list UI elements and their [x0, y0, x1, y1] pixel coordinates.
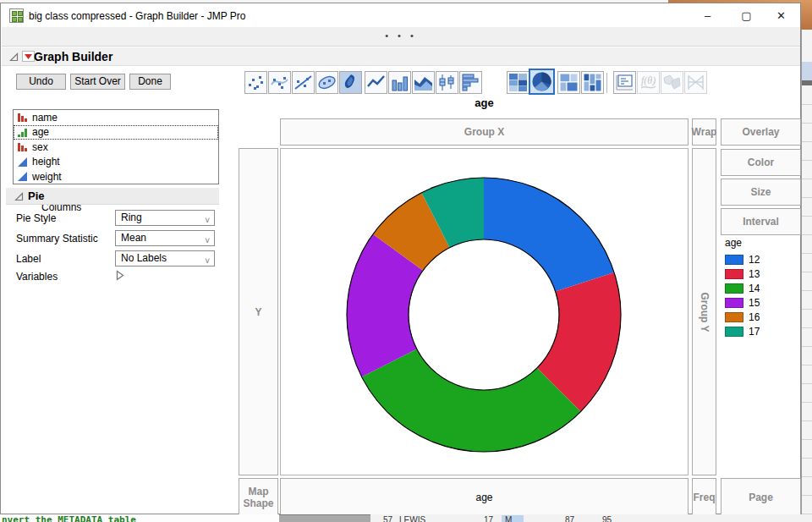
- legend-entry[interactable]: 17: [725, 324, 760, 338]
- line-of-fit-icon[interactable]: [292, 71, 315, 94]
- grip-dots-icon[interactable]: • • •: [2, 30, 800, 41]
- background-sheet-gridline: [802, 104, 812, 105]
- red-triangle-menu-button[interactable]: [22, 51, 35, 62]
- label-dropdown[interactable]: No Labels˅: [115, 250, 215, 266]
- column-item-weight[interactable]: weight: [14, 169, 218, 184]
- background-sheet-gridline: [802, 216, 812, 217]
- background-sheet-gridline: [802, 458, 812, 459]
- legend-entry[interactable]: 13: [725, 266, 760, 281]
- drop-zone-interval[interactable]: Interval: [721, 208, 801, 235]
- bar-icon[interactable]: [388, 71, 411, 94]
- legend-swatch[interactable]: [725, 312, 743, 322]
- points-icon[interactable]: [244, 71, 267, 94]
- box-plot-icon[interactable]: [436, 71, 458, 94]
- background-data-table-row: 57 LEWIS 17 M 87 95: [370, 514, 812, 522]
- background-sheet-gridline: [802, 309, 812, 310]
- drop-zone-wrap[interactable]: Wrap: [692, 118, 716, 146]
- toolbar-separator: [606, 73, 607, 93]
- background-sheet-gridline: [802, 253, 812, 254]
- pie-style-dropdown[interactable]: Ring˅: [115, 210, 215, 226]
- continuous-column-icon: [17, 157, 28, 168]
- drop-zone-map-shape[interactable]: MapShape: [239, 478, 278, 516]
- background-window-edge: [279, 514, 370, 522]
- collapse-triangle-icon[interactable]: [14, 192, 24, 201]
- smoother-icon[interactable]: [268, 71, 291, 94]
- legend-swatch[interactable]: [725, 327, 743, 337]
- close-button[interactable]: ✕: [762, 4, 800, 27]
- ellipse-icon[interactable]: [315, 71, 338, 94]
- x-axis-label-zone[interactable]: age: [280, 478, 689, 516]
- background-sheet-gridline: [802, 272, 812, 272]
- drop-zone-freq[interactable]: Freq: [692, 478, 716, 516]
- panel-title: Graph Builder: [34, 50, 112, 63]
- column-item-age[interactable]: age: [14, 125, 218, 140]
- maximize-button[interactable]: ▢: [727, 4, 765, 27]
- legend-swatch[interactable]: [725, 255, 743, 265]
- pie-style-label: Pie Style: [16, 212, 56, 224]
- column-item-sex[interactable]: sex: [14, 140, 218, 155]
- map-shapes-icon[interactable]: [661, 71, 683, 94]
- legend-entry[interactable]: 15: [725, 295, 760, 310]
- pie-section-header: Pie: [6, 188, 219, 205]
- start-over-button[interactable]: Start Over: [70, 74, 125, 90]
- legend-entry[interactable]: 14: [725, 281, 760, 295]
- variables-label: Variables: [16, 271, 58, 283]
- legend-swatch[interactable]: [725, 298, 743, 308]
- legend-entry[interactable]: 12: [725, 252, 760, 266]
- histogram-icon[interactable]: [459, 71, 482, 94]
- column-item-height[interactable]: height: [14, 155, 218, 170]
- drop-zone-color[interactable]: Color: [721, 149, 801, 176]
- background-sheet-gridline: [802, 141, 812, 142]
- plot-area[interactable]: [280, 148, 689, 475]
- variables-expand-icon[interactable]: [116, 270, 124, 281]
- drop-zone-group-x[interactable]: Group X: [280, 118, 689, 146]
- done-button[interactable]: Done: [129, 74, 171, 90]
- background-sheet-gridline: [802, 123, 812, 124]
- ordinal-column-icon: [17, 127, 28, 138]
- undo-button[interactable]: Undo: [16, 74, 66, 90]
- drop-zone-size[interactable]: Size: [721, 179, 801, 206]
- background-sheet-gridline: [802, 197, 812, 198]
- graph-builder-outline-header: Graph Builder: [2, 47, 800, 66]
- jmp-table-icon: [9, 8, 24, 23]
- collapse-triangle-icon[interactable]: [9, 52, 19, 62]
- legend-swatch[interactable]: [725, 269, 743, 279]
- chart-title: age: [280, 96, 689, 109]
- summary-statistic-dropdown[interactable]: Mean˅: [115, 230, 215, 246]
- mosaic-icon[interactable]: [581, 71, 604, 94]
- ring-inner-outline: [409, 239, 559, 390]
- contour-icon[interactable]: [339, 71, 362, 94]
- minimize-button[interactable]: –: [689, 4, 727, 27]
- drop-zone-group-y[interactable]: Group Y: [692, 148, 716, 475]
- pie-icon[interactable]: [529, 69, 555, 95]
- legend-swatch[interactable]: [725, 283, 743, 294]
- parallel-plot-icon[interactable]: [684, 71, 707, 94]
- background-sheet-gridline: [802, 476, 812, 477]
- background-sheet-gridline: [802, 439, 812, 440]
- drop-zone-y[interactable]: Y: [239, 148, 278, 475]
- screen: big class compressed - Graph Builder - J…: [0, 0, 812, 522]
- formula-icon[interactable]: f(θ): [637, 71, 660, 94]
- background-spreadsheet-window: [801, 30, 812, 522]
- background-sheet-gridline: [802, 179, 812, 179]
- drop-zone-page[interactable]: Page: [721, 478, 801, 516]
- background-sheet-gridline: [802, 346, 812, 347]
- svg-text:f(θ): f(θ): [641, 74, 656, 86]
- heatmap-icon[interactable]: [507, 71, 529, 94]
- background-sheet-gridline: [802, 383, 812, 384]
- legend-title: age: [725, 237, 760, 249]
- caption-box-icon[interactable]: [613, 71, 636, 94]
- background-sheet-header: [802, 62, 812, 80]
- area-icon[interactable]: [412, 71, 435, 94]
- ring-chart[interactable]: [281, 149, 688, 475]
- chevron-down-icon: ˅: [205, 234, 210, 248]
- background-script-text: nvert the METADATA table: [2, 514, 136, 522]
- drop-zone-overlay[interactable]: Overlay: [721, 118, 801, 146]
- line-icon[interactable]: [365, 71, 387, 94]
- treemap-icon[interactable]: [557, 71, 580, 94]
- title-bar[interactable]: big class compressed - Graph Builder - J…: [2, 4, 800, 27]
- background-sheet-gridline: [802, 420, 812, 421]
- background-sheet-gridline: [802, 365, 812, 365]
- legend-entry[interactable]: 16: [725, 310, 760, 324]
- column-item-name[interactable]: name: [14, 110, 218, 125]
